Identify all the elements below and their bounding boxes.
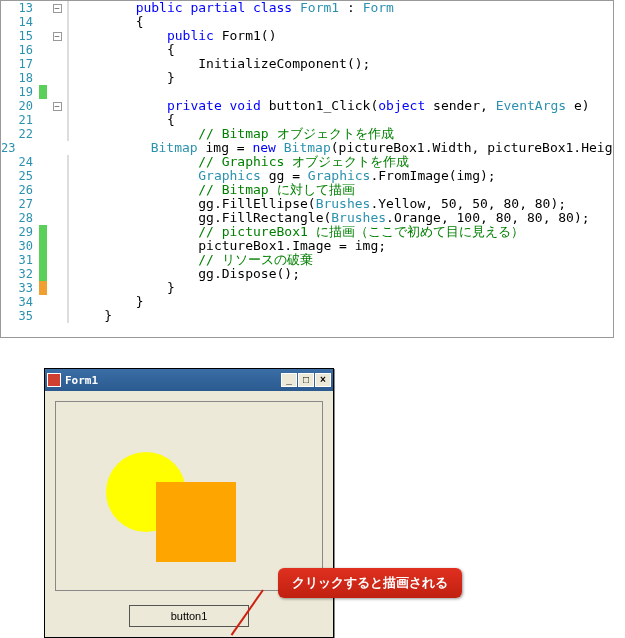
line-number: 26 [1, 183, 39, 197]
code-line[interactable]: 28 gg.FillRectangle(Brushes.Orange, 100,… [1, 211, 613, 225]
code-line[interactable]: 19 [1, 85, 613, 99]
line-number: 28 [1, 211, 39, 225]
fold-gutter[interactable] [47, 15, 67, 29]
line-number: 19 [1, 85, 39, 99]
app-preview-area: Form1 _□× button1 クリックすると描画される [0, 358, 570, 638]
code-line[interactable]: 23 Bitmap img = new Bitmap(pictureBox1.W… [1, 141, 613, 155]
code-line[interactable]: 26 // Bitmap に対して描画 [1, 183, 613, 197]
line-number: 15 [1, 29, 39, 43]
code-text[interactable]: { [69, 15, 613, 29]
fold-gutter[interactable] [47, 225, 67, 239]
code-text[interactable]: pictureBox1.Image = img; [69, 239, 613, 253]
close-button[interactable]: × [315, 373, 331, 387]
line-number: 29 [1, 225, 39, 239]
change-marker [39, 1, 47, 15]
code-text[interactable] [69, 85, 613, 99]
change-marker [39, 253, 47, 267]
code-text[interactable]: private void button1_Click(object sender… [69, 99, 613, 113]
code-line[interactable]: 29 // pictureBox1 に描画（ここで初めて目に見える） [1, 225, 613, 239]
fold-gutter[interactable] [47, 127, 67, 141]
code-line[interactable]: 17 InitializeComponent(); [1, 57, 613, 71]
code-line[interactable]: 13− public partial class Form1 : Form [1, 1, 613, 15]
fold-gutter[interactable] [47, 43, 67, 57]
code-text[interactable]: Bitmap img = new Bitmap(pictureBox1.Widt… [21, 141, 614, 155]
fold-gutter[interactable] [47, 211, 67, 225]
line-number: 21 [1, 113, 39, 127]
fold-gutter[interactable] [47, 253, 67, 267]
fold-gutter[interactable] [47, 183, 67, 197]
fold-gutter[interactable] [47, 239, 67, 253]
code-text[interactable]: { [69, 113, 613, 127]
code-line[interactable]: 34 } [1, 295, 613, 309]
fold-gutter[interactable] [47, 169, 67, 183]
fold-gutter[interactable] [47, 295, 67, 309]
code-line[interactable]: 15− public Form1() [1, 29, 613, 43]
code-line[interactable]: 35 } [1, 309, 613, 323]
change-marker [39, 29, 47, 43]
code-text[interactable]: // Bitmap に対して描画 [69, 183, 613, 197]
fold-gutter[interactable] [47, 281, 67, 295]
fold-gutter[interactable] [47, 155, 67, 169]
code-editor[interactable]: 13− public partial class Form1 : Form14 … [0, 0, 614, 338]
maximize-button[interactable]: □ [298, 373, 314, 387]
code-text[interactable]: // Graphics オブジェクトを作成 [69, 155, 613, 169]
change-marker [39, 309, 47, 323]
line-number: 30 [1, 239, 39, 253]
minimize-button[interactable]: _ [281, 373, 297, 387]
line-number: 22 [1, 127, 39, 141]
fold-gutter[interactable] [47, 113, 67, 127]
line-number: 25 [1, 169, 39, 183]
fold-gutter[interactable] [47, 309, 67, 323]
code-text[interactable]: // pictureBox1 に描画（ここで初めて目に見える） [69, 225, 613, 239]
change-marker [39, 197, 47, 211]
change-marker [39, 99, 47, 113]
code-text[interactable]: gg.FillEllipse(Brushes.Yellow, 50, 50, 8… [69, 197, 613, 211]
code-line[interactable]: 20− private void button1_Click(object se… [1, 99, 613, 113]
line-number: 14 [1, 15, 39, 29]
code-text[interactable]: } [69, 281, 613, 295]
line-number: 33 [1, 281, 39, 295]
code-line[interactable]: 31 // リソースの破棄 [1, 253, 613, 267]
fold-gutter[interactable]: − [47, 29, 67, 43]
button1[interactable]: button1 [129, 605, 249, 627]
change-marker [39, 281, 47, 295]
code-text[interactable]: gg.Dispose(); [69, 267, 613, 281]
code-text[interactable]: } [69, 71, 613, 85]
line-number: 32 [1, 267, 39, 281]
change-marker [39, 113, 47, 127]
code-text[interactable]: { [69, 43, 613, 57]
fold-gutter[interactable] [47, 71, 67, 85]
code-text[interactable]: } [69, 309, 613, 323]
code-line[interactable]: 27 gg.FillEllipse(Brushes.Yellow, 50, 50… [1, 197, 613, 211]
code-line[interactable]: 22 // Bitmap オブジェクトを作成 [1, 127, 613, 141]
fold-gutter[interactable]: − [47, 1, 67, 15]
change-marker [39, 85, 47, 99]
line-number: 35 [1, 309, 39, 323]
fold-gutter[interactable] [47, 197, 67, 211]
titlebar[interactable]: Form1 _□× [45, 369, 333, 391]
code-line[interactable]: 21 { [1, 113, 613, 127]
line-number: 17 [1, 57, 39, 71]
code-text[interactable]: gg.FillRectangle(Brushes.Orange, 100, 80… [69, 211, 613, 225]
code-text[interactable]: InitializeComponent(); [69, 57, 613, 71]
code-line[interactable]: 14 { [1, 15, 613, 29]
code-text[interactable]: Graphics gg = Graphics.FromImage(img); [69, 169, 613, 183]
code-text[interactable]: public Form1() [69, 29, 613, 43]
code-line[interactable]: 32 gg.Dispose(); [1, 267, 613, 281]
fold-gutter[interactable] [47, 57, 67, 71]
fold-gutter[interactable] [47, 85, 67, 99]
change-marker [39, 43, 47, 57]
fold-gutter[interactable] [47, 267, 67, 281]
change-marker [39, 295, 47, 309]
code-text[interactable]: } [69, 295, 613, 309]
code-text[interactable]: public partial class Form1 : Form [69, 1, 613, 15]
code-line[interactable]: 33 } [1, 281, 613, 295]
code-line[interactable]: 24 // Graphics オブジェクトを作成 [1, 155, 613, 169]
fold-gutter[interactable]: − [47, 99, 67, 113]
code-line[interactable]: 30 pictureBox1.Image = img; [1, 239, 613, 253]
code-text[interactable]: // Bitmap オブジェクトを作成 [69, 127, 613, 141]
code-line[interactable]: 25 Graphics gg = Graphics.FromImage(img)… [1, 169, 613, 183]
code-line[interactable]: 16 { [1, 43, 613, 57]
code-text[interactable]: // リソースの破棄 [69, 253, 613, 267]
code-line[interactable]: 18 } [1, 71, 613, 85]
